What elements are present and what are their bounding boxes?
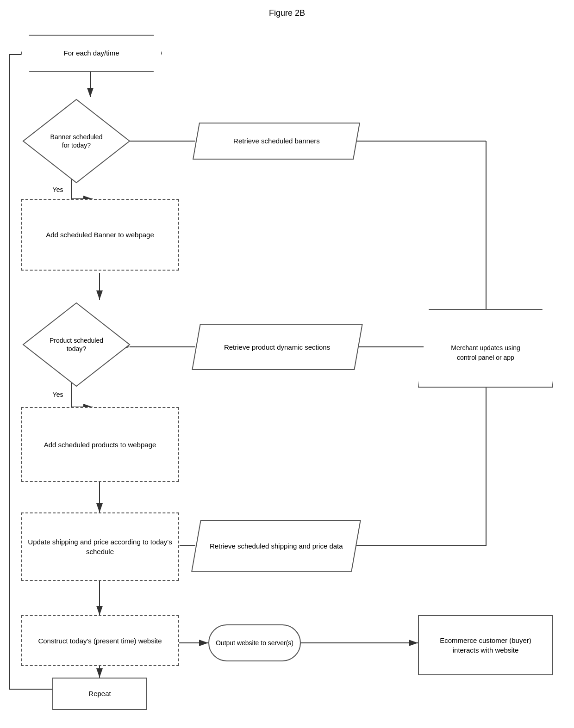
retrieve-shipping-label: Retrieve scheduled shipping and price da… — [210, 541, 343, 551]
construct-website-label: Construct today's (present time) website — [33, 636, 166, 646]
retrieve-product-label: Retrieve product dynamic sections — [224, 342, 330, 352]
ecommerce-customer-shape: Ecommerce customer (buyer) interacts wit… — [418, 615, 553, 675]
add-banner-shape: Add scheduled Banner to webpage — [21, 199, 179, 271]
for-each-day-shape: For each day/time — [21, 35, 162, 72]
banner-scheduled-label: Banner scheduledfor today? — [37, 133, 117, 149]
retrieve-product-shape: Retrieve product dynamic sections — [192, 324, 363, 370]
output-website-shape: Output website to server(s) — [208, 624, 301, 661]
yes-product-label: Yes — [46, 388, 69, 401]
update-shipping-label: Update shipping and price according to t… — [22, 537, 178, 556]
yes-banner-label: Yes — [46, 183, 69, 197]
output-website-label: Output website to server(s) — [211, 639, 298, 647]
merchant-updates-label: Merchant updates usingcontrol panel or a… — [444, 329, 527, 367]
ecommerce-customer-label: Ecommerce customer (buyer) interacts wit… — [419, 635, 552, 655]
add-products-shape: Add scheduled products to webpage — [21, 407, 179, 482]
repeat-shape: Repeat — [52, 678, 147, 710]
for-each-day-label: For each day/time — [63, 49, 119, 58]
diagram-container: Figure 2B — [0, 0, 574, 728]
merchant-updates-shape: Merchant updates usingcontrol panel or a… — [418, 309, 553, 388]
banner-scheduled-diamond: Banner scheduledfor today? — [21, 97, 132, 185]
product-scheduled-label: Product scheduledtoday? — [40, 336, 112, 353]
construct-website-shape: Construct today's (present time) website — [21, 615, 179, 666]
repeat-label: Repeat — [88, 689, 111, 698]
add-banner-label: Add scheduled Banner to webpage — [41, 230, 159, 240]
retrieve-banners-shape: Retrieve scheduled banners — [193, 123, 360, 160]
figure-title: Figure 2B — [0, 0, 574, 18]
retrieve-shipping-shape: Retrieve scheduled shipping and price da… — [191, 520, 361, 572]
retrieve-banners-label: Retrieve scheduled banners — [233, 136, 320, 146]
update-shipping-shape: Update shipping and price according to t… — [21, 512, 179, 581]
add-products-label: Add scheduled products to webpage — [39, 440, 161, 450]
product-scheduled-diamond: Product scheduledtoday? — [21, 301, 132, 389]
